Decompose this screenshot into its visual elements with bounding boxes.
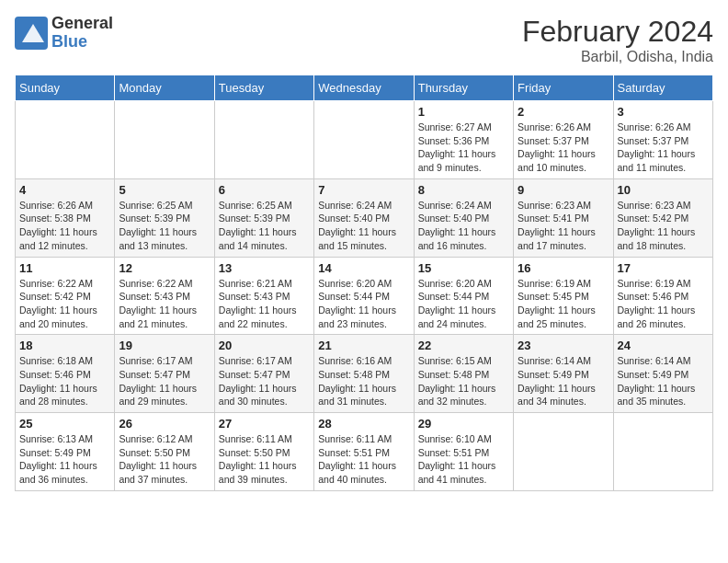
calendar-cell: 9Sunrise: 6:23 AM Sunset: 5:41 PM Daylig…	[514, 178, 613, 257]
day-info: Sunrise: 6:14 AM Sunset: 5:49 PM Dayligh…	[618, 354, 709, 408]
day-number: 25	[19, 417, 110, 431]
weekday-header-thursday: Thursday	[414, 75, 513, 101]
day-number: 24	[618, 339, 709, 352]
day-info: Sunrise: 6:26 AM Sunset: 5:37 PM Dayligh…	[518, 121, 609, 175]
day-info: Sunrise: 6:14 AM Sunset: 5:49 PM Dayligh…	[518, 354, 609, 408]
day-number: 4	[19, 183, 110, 197]
calendar-cell: 5Sunrise: 6:25 AM Sunset: 5:39 PM Daylig…	[115, 178, 214, 257]
day-info: Sunrise: 6:23 AM Sunset: 5:42 PM Dayligh…	[618, 199, 709, 253]
weekday-header-saturday: Saturday	[613, 75, 712, 101]
calendar-cell: 3Sunrise: 6:26 AM Sunset: 5:37 PM Daylig…	[613, 101, 712, 179]
day-number: 12	[119, 261, 210, 275]
day-number: 10	[618, 183, 709, 197]
day-number: 6	[219, 183, 310, 197]
day-info: Sunrise: 6:24 AM Sunset: 5:40 PM Dayligh…	[318, 199, 409, 253]
day-info: Sunrise: 6:27 AM Sunset: 5:36 PM Dayligh…	[418, 121, 509, 175]
day-number: 21	[318, 339, 409, 352]
calendar-cell: 23Sunrise: 6:14 AM Sunset: 5:49 PM Dayli…	[514, 335, 613, 413]
calendar-cell: 27Sunrise: 6:11 AM Sunset: 5:50 PM Dayli…	[214, 413, 313, 491]
calendar-cell	[115, 101, 214, 179]
weekday-header-sunday: Sunday	[16, 75, 115, 101]
calendar-cell: 28Sunrise: 6:11 AM Sunset: 5:51 PM Dayli…	[314, 413, 414, 491]
day-info: Sunrise: 6:13 AM Sunset: 5:49 PM Dayligh…	[19, 432, 110, 487]
calendar-cell: 1Sunrise: 6:27 AM Sunset: 5:36 PM Daylig…	[414, 101, 513, 179]
day-info: Sunrise: 6:20 AM Sunset: 5:44 PM Dayligh…	[318, 277, 409, 331]
day-number: 29	[418, 417, 509, 431]
day-number: 3	[618, 105, 709, 119]
day-number: 13	[219, 261, 310, 275]
weekday-header-wednesday: Wednesday	[314, 75, 414, 101]
calendar-cell: 26Sunrise: 6:12 AM Sunset: 5:50 PM Dayli…	[115, 413, 214, 491]
logo-text: General Blue	[51, 15, 113, 52]
title-block: February 2024 Barbil, Odisha, India	[522, 15, 713, 65]
day-info: Sunrise: 6:21 AM Sunset: 5:43 PM Dayligh…	[219, 277, 310, 331]
day-number: 14	[318, 261, 409, 275]
weekday-header-monday: Monday	[115, 75, 214, 101]
day-info: Sunrise: 6:26 AM Sunset: 5:37 PM Dayligh…	[618, 121, 709, 175]
logo-icon	[15, 17, 48, 50]
calendar-cell: 4Sunrise: 6:26 AM Sunset: 5:38 PM Daylig…	[16, 178, 115, 257]
day-info: Sunrise: 6:19 AM Sunset: 5:45 PM Dayligh…	[518, 277, 609, 331]
day-info: Sunrise: 6:12 AM Sunset: 5:50 PM Dayligh…	[119, 432, 210, 487]
day-number: 20	[219, 339, 310, 352]
day-info: Sunrise: 6:22 AM Sunset: 5:42 PM Dayligh…	[19, 277, 110, 331]
weekday-header-row: SundayMondayTuesdayWednesdayThursdayFrid…	[16, 75, 713, 101]
day-number: 28	[318, 417, 409, 431]
calendar-week-row: 4Sunrise: 6:26 AM Sunset: 5:38 PM Daylig…	[16, 178, 713, 257]
day-info: Sunrise: 6:22 AM Sunset: 5:43 PM Dayligh…	[119, 277, 210, 331]
calendar-cell: 25Sunrise: 6:13 AM Sunset: 5:49 PM Dayli…	[16, 413, 115, 491]
calendar-cell	[314, 101, 414, 179]
day-number: 27	[219, 417, 310, 431]
page-header: General Blue February 2024 Barbil, Odish…	[15, 15, 713, 65]
day-number: 23	[518, 339, 609, 352]
day-info: Sunrise: 6:23 AM Sunset: 5:41 PM Dayligh…	[518, 199, 609, 253]
calendar-cell	[16, 101, 115, 179]
day-info: Sunrise: 6:16 AM Sunset: 5:48 PM Dayligh…	[318, 354, 409, 408]
day-info: Sunrise: 6:11 AM Sunset: 5:51 PM Dayligh…	[318, 432, 409, 487]
calendar-cell: 21Sunrise: 6:16 AM Sunset: 5:48 PM Dayli…	[314, 335, 414, 413]
day-info: Sunrise: 6:26 AM Sunset: 5:38 PM Dayligh…	[19, 199, 110, 253]
day-info: Sunrise: 6:11 AM Sunset: 5:50 PM Dayligh…	[219, 432, 310, 487]
day-number: 17	[618, 261, 709, 275]
calendar-cell: 29Sunrise: 6:10 AM Sunset: 5:51 PM Dayli…	[414, 413, 513, 491]
day-number: 22	[418, 339, 509, 352]
calendar-cell: 8Sunrise: 6:24 AM Sunset: 5:40 PM Daylig…	[414, 178, 513, 257]
calendar-cell: 20Sunrise: 6:17 AM Sunset: 5:47 PM Dayli…	[214, 335, 313, 413]
day-info: Sunrise: 6:17 AM Sunset: 5:47 PM Dayligh…	[119, 354, 210, 408]
month-year: February 2024	[522, 15, 713, 49]
location: Barbil, Odisha, India	[522, 49, 713, 65]
calendar-cell: 7Sunrise: 6:24 AM Sunset: 5:40 PM Daylig…	[314, 178, 414, 257]
day-number: 19	[119, 339, 210, 352]
day-number: 9	[518, 183, 609, 197]
calendar-cell	[613, 413, 712, 491]
calendar-cell: 13Sunrise: 6:21 AM Sunset: 5:43 PM Dayli…	[214, 257, 313, 335]
day-number: 8	[418, 183, 509, 197]
calendar-week-row: 25Sunrise: 6:13 AM Sunset: 5:49 PM Dayli…	[16, 413, 713, 491]
weekday-header-friday: Friday	[514, 75, 613, 101]
day-info: Sunrise: 6:20 AM Sunset: 5:44 PM Dayligh…	[418, 277, 509, 331]
day-number: 5	[119, 183, 210, 197]
calendar-cell: 10Sunrise: 6:23 AM Sunset: 5:42 PM Dayli…	[613, 178, 712, 257]
day-number: 7	[318, 183, 409, 197]
calendar-cell: 14Sunrise: 6:20 AM Sunset: 5:44 PM Dayli…	[314, 257, 414, 335]
day-number: 16	[518, 261, 609, 275]
calendar-cell: 6Sunrise: 6:25 AM Sunset: 5:39 PM Daylig…	[214, 178, 313, 257]
day-info: Sunrise: 6:25 AM Sunset: 5:39 PM Dayligh…	[219, 199, 310, 253]
day-info: Sunrise: 6:25 AM Sunset: 5:39 PM Dayligh…	[119, 199, 210, 253]
calendar-cell: 18Sunrise: 6:18 AM Sunset: 5:46 PM Dayli…	[16, 335, 115, 413]
calendar-cell	[514, 413, 613, 491]
day-info: Sunrise: 6:18 AM Sunset: 5:46 PM Dayligh…	[19, 354, 110, 408]
calendar-cell: 16Sunrise: 6:19 AM Sunset: 5:45 PM Dayli…	[514, 257, 613, 335]
calendar-cell: 17Sunrise: 6:19 AM Sunset: 5:46 PM Dayli…	[613, 257, 712, 335]
calendar-table: SundayMondayTuesdayWednesdayThursdayFrid…	[15, 75, 713, 491]
calendar-week-row: 1Sunrise: 6:27 AM Sunset: 5:36 PM Daylig…	[16, 101, 713, 179]
calendar-cell: 19Sunrise: 6:17 AM Sunset: 5:47 PM Dayli…	[115, 335, 214, 413]
day-number: 18	[19, 339, 110, 352]
day-info: Sunrise: 6:10 AM Sunset: 5:51 PM Dayligh…	[418, 432, 509, 487]
calendar-cell: 11Sunrise: 6:22 AM Sunset: 5:42 PM Dayli…	[16, 257, 115, 335]
day-number: 11	[19, 261, 110, 275]
calendar-cell: 24Sunrise: 6:14 AM Sunset: 5:49 PM Dayli…	[613, 335, 712, 413]
calendar-cell: 2Sunrise: 6:26 AM Sunset: 5:37 PM Daylig…	[514, 101, 613, 179]
day-info: Sunrise: 6:19 AM Sunset: 5:46 PM Dayligh…	[618, 277, 709, 331]
day-info: Sunrise: 6:15 AM Sunset: 5:48 PM Dayligh…	[418, 354, 509, 408]
